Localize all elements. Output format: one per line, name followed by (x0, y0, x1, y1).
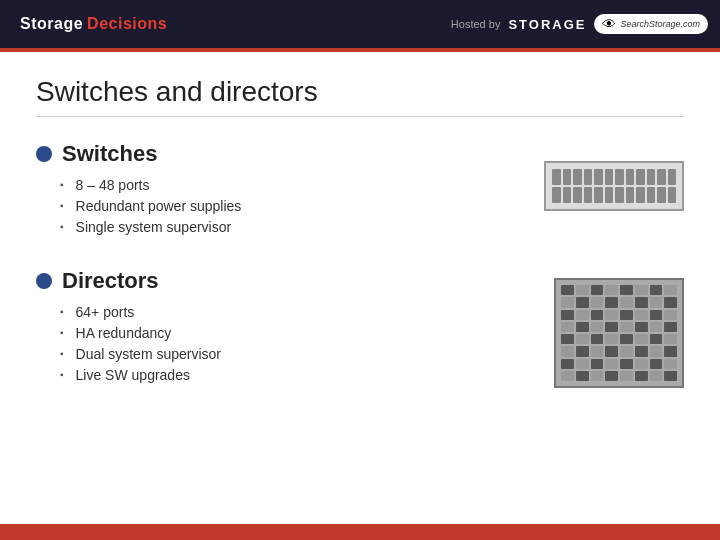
switch-port (594, 187, 603, 203)
director-port (576, 297, 589, 307)
switch-port (657, 169, 666, 185)
directors-text: Directors 64+ ports HA redundancy Dual s… (36, 268, 530, 388)
switches-text: Switches 8 – 48 ports Redundant power su… (36, 141, 520, 240)
director-port (620, 285, 633, 295)
director-port (650, 285, 663, 295)
director-port (591, 322, 604, 332)
director-port (650, 346, 663, 356)
hosted-by-label: Hosted by (451, 18, 501, 30)
list-item: HA redundancy (60, 325, 530, 341)
director-port (635, 334, 648, 344)
directors-section: Directors 64+ ports HA redundancy Dual s… (36, 268, 684, 388)
director-port (561, 346, 574, 356)
switches-heading: Switches (36, 141, 520, 167)
director-port (591, 334, 604, 344)
director-port (591, 371, 604, 381)
switch-port (584, 187, 593, 203)
switch-port (647, 169, 656, 185)
switch-port (552, 187, 561, 203)
logo-decisions-text: Decisions (87, 11, 175, 37)
director-port (635, 346, 648, 356)
director-port (650, 359, 663, 369)
director-port (664, 346, 677, 356)
director-port (664, 371, 677, 381)
list-item: Dual system supervisor (60, 346, 530, 362)
director-port (561, 297, 574, 307)
director-port (561, 322, 574, 332)
logo-storage-text: Storage (12, 11, 87, 37)
director-port (635, 297, 648, 307)
director-port (650, 334, 663, 344)
switch-port (552, 169, 561, 185)
eye-icon: 👁 (602, 16, 616, 32)
switch-port (668, 187, 677, 203)
switch-port (615, 187, 624, 203)
director-port (620, 297, 633, 307)
director-port (561, 310, 574, 320)
switches-bullet-list: 8 – 48 ports Redundant power supplies Si… (36, 177, 520, 235)
director-port (605, 371, 618, 381)
switch-port (636, 169, 645, 185)
director-port (605, 322, 618, 332)
switch-port (626, 187, 635, 203)
list-item: Redundant power supplies (60, 198, 520, 214)
director-port (664, 334, 677, 344)
director-port (635, 310, 648, 320)
director-port (576, 359, 589, 369)
director-port (576, 334, 589, 344)
director-port (591, 285, 604, 295)
director-port (561, 359, 574, 369)
footer-red-bar (0, 524, 720, 540)
director-port (650, 310, 663, 320)
slide-title: Switches and directors (36, 76, 684, 117)
director-port (620, 359, 633, 369)
directors-heading-text: Directors (62, 268, 159, 294)
director-port (605, 346, 618, 356)
director-port (650, 297, 663, 307)
switch-port (668, 169, 677, 185)
list-item: Single system supervisor (60, 219, 520, 235)
storage-mag-logo: STORAGE (508, 17, 586, 32)
director-port (576, 285, 589, 295)
switch-port (657, 187, 666, 203)
director-port (635, 322, 648, 332)
director-port (561, 285, 574, 295)
switch-port (647, 187, 656, 203)
director-port (620, 322, 633, 332)
director-port (620, 334, 633, 344)
director-port (576, 346, 589, 356)
directors-bullet-icon (36, 273, 52, 289)
director-port (605, 310, 618, 320)
director-port (664, 359, 677, 369)
director-port (635, 371, 648, 381)
switch-port (626, 169, 635, 185)
list-item: 8 – 48 ports (60, 177, 520, 193)
switches-bullet-icon (36, 146, 52, 162)
logo: Storage Decisions (12, 11, 175, 37)
director-port (591, 310, 604, 320)
director-port (664, 310, 677, 320)
search-storage-text: SearchStorage.com (620, 19, 700, 29)
director-port (620, 371, 633, 381)
directors-heading: Directors (36, 268, 530, 294)
director-port (635, 285, 648, 295)
header-right: Hosted by STORAGE 👁 SearchStorage.com (451, 14, 708, 34)
director-port (605, 334, 618, 344)
switch-port (573, 169, 582, 185)
director-port (635, 359, 648, 369)
director-port (605, 285, 618, 295)
switch-port (605, 169, 614, 185)
switches-heading-text: Switches (62, 141, 157, 167)
switch-port (563, 187, 572, 203)
storage-mag-text: STORAGE (508, 17, 586, 32)
search-storage-badge: 👁 SearchStorage.com (594, 14, 708, 34)
list-item: 64+ ports (60, 304, 530, 320)
director-port (576, 371, 589, 381)
switch-port (594, 169, 603, 185)
director-port (664, 322, 677, 332)
director-port (650, 322, 663, 332)
director-port (664, 285, 677, 295)
director-port (576, 322, 589, 332)
switches-section: Switches 8 – 48 ports Redundant power su… (36, 141, 684, 240)
director-port (561, 371, 574, 381)
